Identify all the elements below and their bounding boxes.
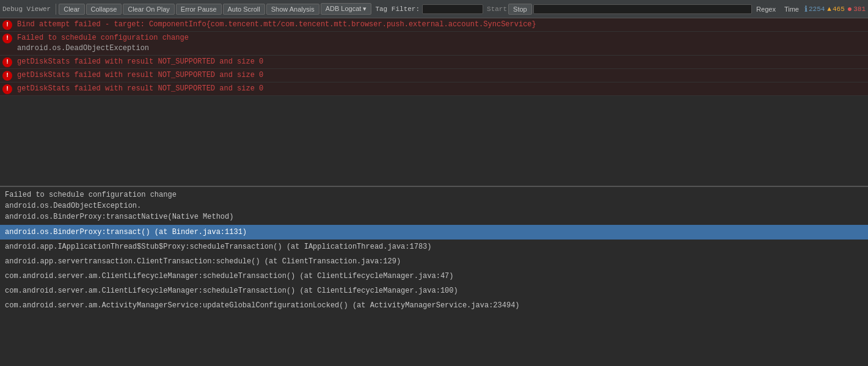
log-entry[interactable]: !getDiskStats failed with result NOT_SUP… bbox=[0, 82, 868, 96]
stat-warn-badge: ▲ 465 bbox=[827, 5, 844, 13]
log-entry[interactable]: !Bind attempt failed - target: Component… bbox=[0, 18, 868, 32]
info-count: 2254 bbox=[809, 5, 825, 13]
log-text: getDiskStats failed with result NOT_SUPP… bbox=[17, 57, 263, 67]
log-entry[interactable]: !getDiskStats failed with result NOT_SUP… bbox=[0, 69, 868, 82]
error-icon: ! bbox=[2, 20, 12, 30]
stat-info-badge: ℹ 2254 bbox=[804, 4, 825, 14]
error-icon: ! bbox=[2, 57, 12, 67]
detail-header-line: android.os.BinderProxy:transactNative(Na… bbox=[5, 211, 863, 222]
adb-logcat-button[interactable]: ADB Logcat ▾ bbox=[321, 3, 372, 15]
stack-frame[interactable]: android.app.IApplicationThread$Stub$Prox… bbox=[0, 240, 868, 254]
tag-filter-input[interactable] bbox=[422, 4, 483, 14]
detail-header: Failed to schedule configuration changea… bbox=[0, 187, 868, 225]
divider-1 bbox=[56, 4, 56, 15]
detail-pane[interactable]: Failed to schedule configuration changea… bbox=[0, 186, 868, 366]
tag-filter-label: Tag Filter: bbox=[375, 5, 420, 13]
stat-err-badge: ● 381 bbox=[847, 4, 866, 14]
detail-header-line: Failed to schedule configuration change bbox=[5, 189, 863, 200]
clear-on-play-button[interactable]: Clear On Play bbox=[123, 4, 174, 15]
time-button[interactable]: Time bbox=[781, 4, 802, 14]
log-text: Bind attempt failed - target: ComponentI… bbox=[17, 20, 536, 30]
stack-frame[interactable]: com.android.server.am.ClientLifecycleMan… bbox=[0, 269, 868, 284]
start-label: Start bbox=[487, 5, 507, 13]
toolbar-right: Regex Time ℹ 2254 ▲ 465 ● 381 bbox=[753, 4, 866, 14]
regex-button[interactable]: Regex bbox=[753, 4, 779, 14]
error-pause-button[interactable]: Error Pause bbox=[176, 4, 222, 15]
info-icon: ℹ bbox=[804, 4, 808, 14]
show-analysis-button[interactable]: Show Analysis bbox=[266, 4, 319, 15]
log-text: Failed to schedule configuration changea… bbox=[17, 33, 866, 54]
warn-icon: ▲ bbox=[827, 5, 831, 13]
err-icon: ● bbox=[847, 4, 852, 14]
error-icon: ! bbox=[2, 34, 12, 43]
clear-button[interactable]: Clear bbox=[59, 4, 84, 15]
warn-count: 465 bbox=[833, 5, 845, 13]
log-text: getDiskStats failed with result NOT_SUPP… bbox=[17, 70, 263, 81]
log-entry[interactable]: !getDiskStats failed with result NOT_SUP… bbox=[0, 56, 868, 69]
stack-frame[interactable]: android.app.servertransaction.ClientTran… bbox=[0, 254, 868, 269]
stop-button[interactable]: Stop bbox=[508, 4, 532, 15]
log-entry[interactable]: !Failed to schedule configuration change… bbox=[0, 32, 868, 56]
log-area[interactable]: !Bind attempt failed - target: Component… bbox=[0, 18, 868, 186]
search-input[interactable] bbox=[533, 4, 752, 14]
stack-frame[interactable]: android.os.BinderProxy:transact() (at Bi… bbox=[0, 225, 868, 240]
log-text: getDiskStats failed with result NOT_SUPP… bbox=[17, 84, 263, 94]
stack-frames: android.os.BinderProxy:transact() (at Bi… bbox=[0, 225, 868, 313]
title-badge: Debug Viewer bbox=[2, 5, 51, 13]
error-icon: ! bbox=[2, 71, 12, 81]
stack-frame[interactable]: com.android.server.am.ActivityManagerSer… bbox=[0, 298, 868, 313]
stack-frame[interactable]: com.android.server.am.ClientLifecycleMan… bbox=[0, 284, 868, 298]
err-count: 381 bbox=[853, 5, 866, 13]
toolbar: Debug Viewer Clear Collapse Clear On Pla… bbox=[0, 0, 868, 18]
auto-scroll-button[interactable]: Auto Scroll bbox=[223, 4, 265, 15]
detail-header-line: android.os.DeadObjectException. bbox=[5, 200, 863, 211]
collapse-button[interactable]: Collapse bbox=[86, 4, 122, 15]
error-icon: ! bbox=[2, 84, 12, 94]
